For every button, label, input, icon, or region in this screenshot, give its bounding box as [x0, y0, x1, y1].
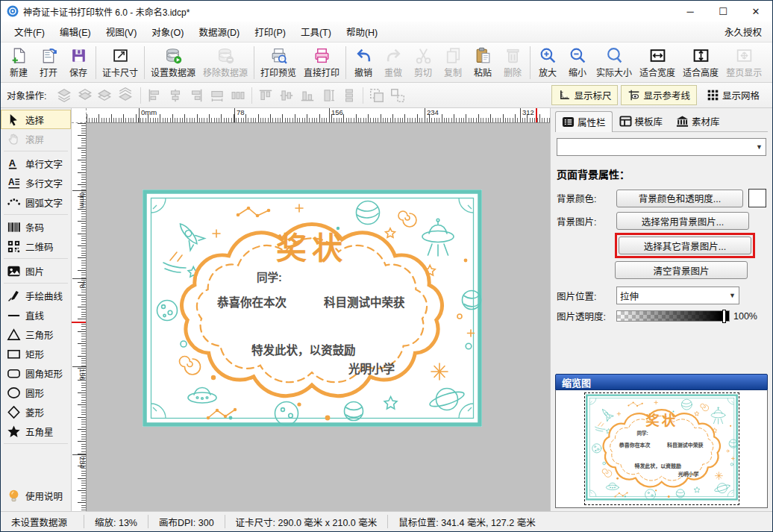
mouse-position-marker-v [72, 322, 86, 323]
tool-qrcode[interactable]: 二维码 [1, 237, 71, 256]
tool-arc-text[interactable]: 圆弧文字 [1, 193, 71, 212]
bg-color-swatch[interactable] [748, 189, 766, 207]
tool-triangle[interactable]: 三角形 [1, 325, 71, 344]
certificate-page[interactable] [143, 190, 482, 427]
properties-tab-icon [562, 116, 575, 128]
panel-tabs: 属性栏 模板库 素材库 [555, 111, 768, 132]
new-button[interactable]: 新建 [4, 44, 34, 81]
open-button[interactable]: 打开 [34, 44, 63, 81]
menu-edit[interactable]: 编辑(E) [52, 22, 98, 42]
save-button[interactable]: 保存 [63, 44, 93, 81]
menu-datasource[interactable]: 数据源(D) [191, 22, 247, 42]
menu-help[interactable]: 帮助(H) [339, 22, 385, 42]
tab-label: 素材库 [692, 114, 720, 128]
image-position-value: 拉伸 [620, 289, 639, 303]
hand-icon [7, 132, 21, 146]
select-other-bg-image-button[interactable]: 选择其它背景图片... [619, 237, 751, 254]
thumbnail-header: 缩览图 [555, 374, 768, 390]
arc-text-icon [7, 195, 21, 210]
certificate-artwork [143, 190, 482, 427]
paste-icon [474, 46, 492, 65]
align-right-icon [188, 87, 204, 104]
clear-bg-image-button[interactable]: 清空背景图片 [615, 261, 748, 279]
close-button[interactable]: ✕ [739, 1, 772, 22]
undo-button[interactable]: 撤销 [348, 44, 378, 81]
help-button[interactable]: 使用说明 [1, 486, 71, 505]
card-size-status: 证卡尺寸: 290.0 毫米 x 210.0 毫米 [225, 515, 389, 528]
tool-label: 单行文字 [25, 157, 63, 171]
tab-material-library[interactable]: 素材库 [669, 110, 727, 131]
slider-handle[interactable] [722, 310, 726, 323]
app-icon [7, 5, 19, 17]
sidebar-separator [4, 258, 68, 259]
toolbar-label: 新建 [10, 66, 28, 78]
toolbar-separator [363, 87, 363, 104]
select-common-bg-image-button[interactable]: 选择常用背景图片... [616, 212, 749, 230]
tool-rectangle[interactable]: 矩形 [1, 344, 71, 363]
set-datasource-icon [164, 46, 183, 65]
print-preview-button[interactable]: 打印预览 [257, 44, 300, 81]
menu-tools[interactable]: 工具(T) [293, 22, 339, 42]
tool-multi-line-text[interactable]: 多行文字 [1, 173, 71, 193]
tool-label: 三角形 [25, 328, 54, 342]
menu-print[interactable]: 打印(P) [247, 22, 293, 42]
paste-button[interactable]: 粘贴 [468, 44, 498, 81]
guideline-icon [628, 89, 640, 101]
object-toolbar: 对象操作: 显示标尺 显示参考线 显示网格 [1, 83, 772, 108]
ruler-label: 234 [72, 454, 87, 469]
actual-size-button[interactable]: 实际大小 [592, 44, 636, 81]
bg-color-opacity-button[interactable]: 背景颜色和透明度... [616, 190, 743, 207]
certificate-thumbnail [586, 394, 738, 501]
maximize-button[interactable]: ☐ [707, 1, 739, 22]
ruler-label: 0mm [72, 190, 87, 208]
tool-freehand-curve[interactable]: 手绘曲线 [1, 286, 71, 305]
ruler-label: 234 [425, 108, 439, 122]
fit-height-icon [692, 46, 710, 65]
sidebar-separator [4, 151, 68, 151]
tool-select[interactable]: 选择 [1, 110, 71, 129]
thumbnail-selection[interactable] [584, 392, 739, 505]
tab-properties[interactable]: 属性栏 [555, 111, 613, 132]
fit-width-button[interactable]: 适合宽度 [636, 44, 679, 81]
show-guideline-toggle[interactable]: 显示参考线 [621, 85, 697, 105]
tool-image[interactable]: 图片 [1, 261, 71, 281]
minimize-button[interactable]: ─ [674, 1, 707, 22]
tool-star[interactable]: 五角星 [1, 422, 71, 441]
object-selector-dropdown[interactable]: ▼ [557, 138, 766, 156]
dpi-status: 画布DPI: 300 [148, 515, 225, 528]
toolbar-label: 整页显示 [726, 66, 762, 78]
zoom-out-button[interactable]: 缩小 [563, 44, 592, 81]
image-icon [7, 264, 21, 278]
image-position-dropdown[interactable]: 拉伸 ▼ [616, 287, 739, 304]
tool-diamond[interactable]: 菱形 [1, 402, 71, 422]
tool-circle[interactable]: 圆形 [1, 383, 71, 402]
toolbar-label: 删除 [504, 66, 522, 78]
design-canvas[interactable]: 0mm 78 156 234 312 0mm 78 156 234 [72, 108, 550, 511]
tool-line[interactable]: 直线 [1, 305, 71, 325]
menu-object[interactable]: 对象(O) [144, 22, 191, 42]
set-datasource-button[interactable]: 设置数据源 [147, 44, 199, 81]
zoom-in-button[interactable]: 放大 [533, 44, 563, 81]
tool-barcode[interactable]: 条码 [1, 217, 71, 237]
cut-button: 剪切 [408, 44, 438, 81]
tab-template-library[interactable]: 模板库 [613, 110, 670, 131]
tool-label: 滚屏 [25, 132, 44, 146]
fit-height-button[interactable]: 适合高度 [679, 44, 722, 81]
menu-file[interactable]: 文件(F) [7, 22, 52, 42]
align-center-icon [167, 87, 184, 104]
direct-print-button[interactable]: 直接打印 [300, 44, 343, 81]
card-size-button[interactable]: 证卡尺寸 [98, 44, 142, 81]
ungroup-icon [389, 87, 406, 104]
toggle-label: 显示网格 [722, 88, 760, 102]
redo-icon [384, 46, 403, 65]
toolbar-label: 保存 [69, 66, 87, 78]
show-grid-toggle[interactable]: 显示网格 [700, 85, 766, 105]
send-to-back-icon [119, 87, 135, 104]
direct-print-icon [313, 46, 331, 65]
tool-rounded-rectangle[interactable]: 圆角矩形 [1, 363, 71, 383]
tool-single-line-text[interactable]: 单行文字 [1, 154, 71, 173]
menu-view[interactable]: 视图(V) [98, 22, 145, 42]
datasource-status: 未设置数据源 [1, 515, 84, 528]
image-opacity-slider[interactable] [616, 310, 730, 322]
show-ruler-toggle[interactable]: 显示标尺 [551, 85, 618, 105]
